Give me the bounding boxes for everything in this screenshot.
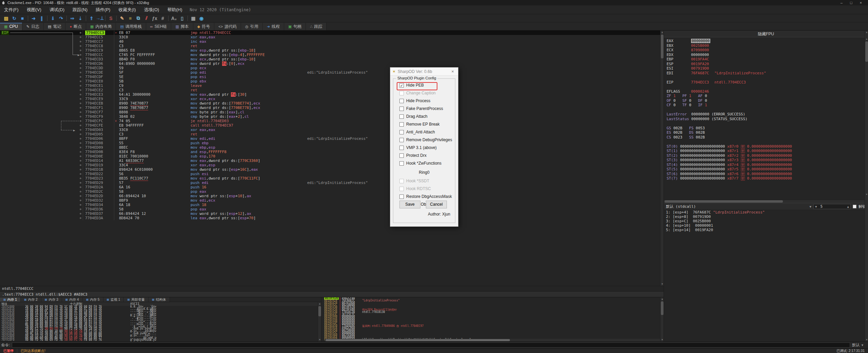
execute-till-return-icon[interactable]: ⇣: [76, 15, 84, 22]
tab-断点[interactable]: ●断点: [65, 23, 86, 30]
tab-笔记[interactable]: ▤笔记: [44, 23, 65, 30]
breakpoint-dot[interactable]: [80, 129, 81, 131]
menu-item-D[interactable]: 调试(D): [45, 5, 68, 14]
stack-hscrollbar[interactable]: [325, 339, 660, 341]
checkbox-box[interactable]: [399, 146, 404, 150]
checkbox-box[interactable]: [399, 114, 404, 119]
register-row[interactable]: EFLAGS00000246: [667, 89, 868, 94]
checkbox-hook-rdtsc[interactable]: Hook RDTSC: [399, 186, 431, 192]
disasm-row[interactable]: 7704ED068BFFmov edi,ediedi:"LdrpInitiali…: [0, 136, 664, 141]
stack-row[interactable]: 0019FA5077049486返回到 ntdll.77049486 自 ntd…: [321, 325, 664, 328]
dialog-title-bar[interactable]: ✶ SharpOD Ver: 0.6b ×: [390, 68, 458, 76]
breakpoint-dot[interactable]: [80, 89, 81, 91]
tab-日志[interactable]: ✎日志: [22, 23, 44, 30]
disasm-row[interactable]: 7704ED1933C4xor eax,esp: [0, 163, 664, 167]
memory-map-icon[interactable]: ⫽: [142, 15, 151, 22]
stack-row[interactable]: 0019FA2476FA687C"LdrpInitializeProcess": [321, 300, 664, 302]
disasm-row[interactable]: 7704ED2D66:894424 10mov word ptr ss:[esp…: [0, 194, 664, 198]
disasm-row[interactable]: 7704ECF78808mov byte ptr ds:[eax],cl: [0, 110, 664, 114]
disasm-row[interactable]: 7704ECE2C3ret: [0, 88, 664, 92]
stack-row[interactable]: 0019FA600025E000: [321, 334, 664, 337]
cancel-button[interactable]: Cancel: [426, 201, 447, 208]
command-input[interactable]: [12, 342, 850, 348]
run-to-user-code-icon[interactable]: →⟂: [96, 15, 104, 22]
stack-panel[interactable]: 0019FA204902CF800019FA2476FA687C"LdrpIni…: [321, 297, 664, 341]
checkbox-fake-parentprocess[interactable]: Fake ParentProcess: [399, 106, 443, 112]
fx-icon[interactable]: ƒx: [151, 15, 159, 22]
breakpoint-dot[interactable]: [80, 164, 81, 166]
checkbox-vmp-3-1-above-[interactable]: VMP 3.1 (above): [399, 145, 437, 151]
step-out-icon[interactable]: ⇑: [87, 15, 96, 22]
checkbox-box[interactable]: [399, 153, 404, 158]
disasm-row[interactable]: 7704ED2957push ediedi:"LdrpInitializePro…: [0, 181, 664, 185]
disasm-row[interactable]: 7704ED3A8D8424 70lea eax,dword ptr ss:[e…: [0, 216, 664, 220]
argument-row[interactable]: 4: [esp+10] 00000001: [664, 223, 868, 228]
checkbox-anti-anti-attach[interactable]: Anti_Anti Attach: [399, 129, 435, 135]
checkbox-restore-dbgaccessmask[interactable]: Restore DbgAccessMask: [399, 193, 452, 200]
argument-row[interactable]: 5: [esp+14] 0019FA20: [664, 228, 868, 232]
disasm-row[interactable]: 7704ECC8C3ret: [0, 44, 664, 48]
stack-scrollbar[interactable]: ▲ ▼: [660, 297, 664, 341]
registers-scrollbar[interactable]: ▲ ▼: [865, 37, 868, 196]
tab-线程[interactable]: ➜线程: [263, 23, 284, 30]
dump-tab-内存1[interactable]: ▦内存 1: [0, 297, 21, 302]
menu-item-F[interactable]: 文件(F): [0, 5, 23, 14]
checkbox-box[interactable]: [399, 138, 404, 142]
tab-CPU[interactable]: ▦CPU: [0, 23, 22, 30]
disasm-row[interactable]: 7704ECD664:890D 00000000mov dword ptr fs…: [0, 61, 664, 66]
stack-row[interactable]: 0019FA387701B130ntdll.7701B130: [321, 311, 664, 314]
stack-row[interactable]: 0019FA5C00000000: [321, 332, 664, 334]
save-button[interactable]: Save: [399, 201, 420, 208]
run-to-selection-icon[interactable]: ⇒: [68, 15, 76, 22]
checkbox-box[interactable]: [399, 99, 404, 103]
disasm-row[interactable]: 7704ECCCC745 FC FEFFFFFFmov dword ptr ss…: [0, 53, 664, 57]
breakpoint-dot[interactable]: [80, 107, 81, 109]
disasm-row[interactable]: 7704ED2A6A 16push 16: [0, 185, 664, 189]
tab-源代码[interactable]: <>源代码: [214, 23, 241, 30]
stack-row[interactable]: 0019FA4400000000: [321, 318, 664, 320]
breakpoint-dot[interactable]: [80, 63, 81, 64]
breakpoint-dot[interactable]: [80, 72, 81, 73]
calculator-icon[interactable]: ▦: [189, 15, 197, 22]
disasm-row[interactable]: 7704ECE364:A1 30000000mov eax,dword ptr …: [0, 92, 664, 97]
restart-icon[interactable]: ↻: [10, 15, 18, 22]
checkbox-box[interactable]: [399, 161, 404, 166]
register-row[interactable]: EDI76FA687C"LdrpInitializeProcess": [667, 71, 868, 76]
pause-icon[interactable]: ∥: [38, 15, 46, 22]
stack-row[interactable]: 0019FA4800000000: [321, 320, 664, 323]
tab-引用[interactable]: ◎引用: [241, 23, 263, 30]
breakpoint-dot[interactable]: [80, 213, 81, 215]
menu-item-N[interactable]: 跟踪(N): [68, 5, 92, 14]
step-into-icon[interactable]: ⇓: [49, 15, 57, 22]
disasm-row[interactable]: 7704ECE933C9xor ecx,ecx: [0, 97, 664, 101]
disasm-row[interactable]: 7704ED2C58pop eax: [0, 189, 664, 194]
disasm-row[interactable]: 7704ECFC∨74 05je ntdll.7704ED03: [0, 119, 664, 123]
stack-row[interactable]: 0019FA3C3E115C7C: [321, 314, 664, 316]
breakpoint-dot[interactable]: [80, 94, 81, 95]
disasm-row[interactable]: 7704ECEB890D 74E70B77mov dword ptr ds:[7…: [0, 101, 664, 106]
breakpoint-dot[interactable]: [80, 147, 81, 148]
disasm-row[interactable]: 7704ECDE5Fpop ediedi:"LdrpInitializeProc…: [0, 70, 664, 75]
breakpoint-dot[interactable]: [80, 169, 81, 170]
checkbox-box[interactable]: [399, 179, 404, 183]
dialog-close-button[interactable]: ×: [449, 69, 456, 74]
breakpoint-dot[interactable]: [80, 178, 81, 179]
chevron-up-icon[interactable]: ▲: [847, 205, 849, 208]
dump-tab-内存2[interactable]: ▦内存 2: [21, 297, 41, 302]
disasm-row[interactable]: 7704ECC98B65 E8mov esp,dword ptr ss:[ebp…: [0, 48, 664, 53]
breakpoint-dot[interactable]: [80, 111, 81, 113]
breakpoints-icon[interactable]: ⧉: [134, 15, 142, 22]
dump-tab-内存3[interactable]: ▦内存 3: [41, 297, 62, 302]
disasm-row[interactable]: 7704ED2256push esi: [0, 172, 664, 176]
breakpoint-dot[interactable]: [80, 195, 81, 197]
close-button[interactable]: ×: [860, 1, 862, 5]
menu-item-P[interactable]: 插件(P): [92, 5, 114, 14]
strings-icon[interactable]: A₂: [170, 15, 178, 22]
dump-scrollbar[interactable]: ▲ ▼: [318, 302, 321, 341]
dump-tab-结构体[interactable]: ▦结构体: [149, 297, 170, 302]
breakpoint-dot[interactable]: [80, 182, 81, 184]
hide-fpu-button[interactable]: 隐藏FPU: [664, 31, 868, 37]
disasm-row[interactable]: 7704ECE1C9leave: [0, 83, 664, 88]
register-row[interactable]: EDX00000000: [667, 53, 868, 57]
breakpoint-dot[interactable]: [80, 98, 81, 100]
